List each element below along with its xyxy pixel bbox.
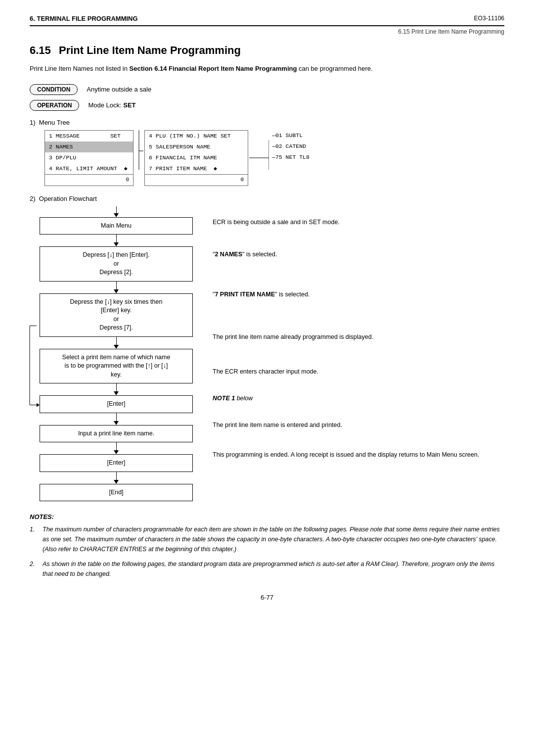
connector-svg bbox=[134, 130, 143, 170]
header-right: EO3-11106 bbox=[474, 15, 504, 22]
notes-title: NOTES: bbox=[30, 513, 504, 520]
connector-line bbox=[134, 130, 144, 170]
flowchart-outer: Main Menu Depress [↓] then [Enter]. or D… bbox=[40, 206, 504, 502]
svg-marker-14 bbox=[37, 403, 40, 407]
arrow-head-top bbox=[114, 213, 119, 217]
note-item-2: 2. As shown in the table on the followin… bbox=[30, 559, 504, 579]
spacer-4 bbox=[213, 355, 504, 363]
flowbox-step2: Depress [↓] then [Enter]. or Depress [2]… bbox=[40, 246, 193, 282]
arrow-1 bbox=[114, 235, 119, 246]
spacer-7 bbox=[213, 435, 504, 443]
note-item-1: 1. The maximum number of characters prog… bbox=[30, 524, 504, 554]
menu-tree-label: 1) Menu Tree bbox=[30, 119, 504, 126]
spacer-3 bbox=[213, 312, 504, 320]
menu-left-bottom: 0 bbox=[45, 174, 133, 185]
fc-desc-3: The print line item name already program… bbox=[213, 320, 504, 355]
menu-right-panel: 4 PLU (ITM NO.) NAME SET 5 SALESPERSON N… bbox=[144, 130, 248, 186]
loop-section: Select a print item name of which name i… bbox=[40, 349, 193, 384]
svg-marker-18 bbox=[114, 480, 119, 484]
fc-desc-6: The print line item name is entered and … bbox=[213, 416, 504, 435]
top-arrow bbox=[114, 206, 119, 217]
condition-badge: CONDITION bbox=[30, 84, 78, 95]
menu-row-r3: 6 FINANCIAL ITM NAME bbox=[145, 152, 248, 163]
arrow-3 bbox=[114, 337, 119, 349]
notes-section: NOTES: 1. The maximum number of characte… bbox=[30, 513, 504, 579]
condition-row: CONDITION Anytime outside a sale bbox=[30, 84, 504, 95]
svg-marker-7 bbox=[114, 213, 119, 217]
intro-text: Print Line Item Names not listed in Sect… bbox=[30, 64, 504, 74]
spacer-6 bbox=[213, 408, 504, 416]
fc-desc-text-1: "2 NAMES" is selected. bbox=[213, 250, 277, 259]
arrow-5 bbox=[114, 413, 119, 425]
operation-text: Mode Lock: SET bbox=[88, 101, 135, 109]
flowchart-col-right: ECR is being outside a sale and in SET m… bbox=[213, 206, 504, 468]
fc-desc-1: "2 NAMES" is selected. bbox=[213, 240, 504, 270]
arrow-head-2 bbox=[114, 289, 119, 293]
subheader: 6.15 Print Line Item Name Programming bbox=[30, 28, 504, 35]
menu-row-r4: 7 PRINT ITEM NAME ◆ bbox=[145, 163, 248, 174]
menu-row-2: 2 NAMES bbox=[45, 142, 133, 152]
section-number: 6.15 bbox=[30, 44, 51, 56]
spacer-1 bbox=[213, 232, 504, 240]
menu-row-r2: 5 SALESPERSON NAME bbox=[145, 142, 248, 152]
spacer-5 bbox=[213, 381, 504, 389]
fc-desc-0: ECR is being outside a sale and in SET m… bbox=[213, 213, 504, 232]
loop-arrow-svg bbox=[27, 321, 40, 410]
menu-right-bottom: 0 bbox=[145, 174, 248, 185]
svg-marker-8 bbox=[114, 242, 119, 246]
flowbox-step3: Depress the [↓] key six times then [Ente… bbox=[40, 293, 193, 337]
arrow-7 bbox=[114, 472, 119, 484]
header-bar: 6. TERMINAL FILE PROGRAMMING EO3-11106 bbox=[30, 15, 504, 26]
fc-desc-2: "7 PRINT ITEM NAME" is selected. bbox=[213, 278, 504, 312]
menu-row-r1: 4 PLU (ITM NO.) NAME SET bbox=[145, 131, 248, 142]
arrow-head-1 bbox=[114, 242, 119, 246]
section-title: 6.15 Print Line Item Name Programming bbox=[30, 44, 504, 57]
flowbox-enter2: [Enter] bbox=[40, 454, 193, 472]
fc-desc-text-7: This programming is ended. A long receip… bbox=[213, 450, 479, 460]
subtree-item-2: —02 CATEND bbox=[270, 141, 312, 152]
arrow-head-3 bbox=[114, 345, 119, 349]
flowbox-step6: Input a print line item name. bbox=[40, 425, 193, 443]
condition-text: Anytime outside a sale bbox=[87, 86, 151, 93]
menu-row-3: 3 DP/PLU bbox=[45, 152, 133, 163]
flowbox-enter1: [Enter] bbox=[40, 395, 193, 413]
fc-desc-text-4: The ECR enters character input mode. bbox=[213, 367, 318, 377]
arrow-6 bbox=[114, 442, 119, 454]
fc-desc-4: The ECR enters character input mode. bbox=[213, 363, 504, 381]
arrow-head-7 bbox=[114, 480, 119, 484]
flowchart-section: 2) Operation Flowchart Main Menu Depress… bbox=[30, 195, 504, 502]
fc-desc-text-6: The print line item name is entered and … bbox=[213, 421, 342, 430]
menu-tree-section: 1) Menu Tree 1 MESSAGE SET 2 NAMES 3 DP/… bbox=[30, 119, 504, 186]
arrow-2 bbox=[114, 282, 119, 293]
fc-desc-text-3: The print line item name already program… bbox=[213, 332, 373, 342]
fc-desc-5: NOTE 1 below bbox=[213, 389, 504, 408]
fc-desc-text-2: "7 PRINT ITEM NAME" is selected. bbox=[213, 290, 310, 299]
subtree-panel: —01 SUBTL —02 CATEND —75 NET TL8 bbox=[270, 130, 312, 163]
note-text-2: As shown in the table on the following p… bbox=[43, 559, 504, 579]
arrow-head-4 bbox=[114, 391, 119, 395]
spacer-top bbox=[213, 206, 504, 213]
flowbox-end: [End] bbox=[40, 484, 193, 502]
spacer-2 bbox=[213, 270, 504, 278]
subtree-connector bbox=[248, 130, 270, 170]
subtree-item-1: —01 SUBTL bbox=[270, 130, 312, 141]
operation-row: OPERATION Mode Lock: SET bbox=[30, 100, 504, 111]
page-footer: 6-77 bbox=[30, 594, 504, 601]
menu-row-4: 4 RATE, LIMIT AMOUNT ◆ bbox=[45, 163, 133, 174]
svg-marker-15 bbox=[114, 391, 119, 395]
flowchart-col-left: Main Menu Depress [↓] then [Enter]. or D… bbox=[40, 206, 193, 502]
flowchart-label: 2) Operation Flowchart bbox=[30, 195, 504, 202]
note-number-2: 2. bbox=[30, 559, 38, 579]
note-text-1: The maximum number of characters program… bbox=[43, 524, 504, 554]
section-title-text: Print Line Item Name Programming bbox=[59, 44, 241, 56]
header-left: 6. TERMINAL FILE PROGRAMMING bbox=[30, 15, 138, 22]
fc-desc-text-5: NOTE 1 below bbox=[213, 394, 253, 403]
page: 6. TERMINAL FILE PROGRAMMING EO3-11106 6… bbox=[0, 0, 534, 756]
page-number: 6-77 bbox=[261, 594, 273, 601]
subtree-connector-svg bbox=[249, 130, 269, 170]
arrow-head-6 bbox=[114, 450, 119, 454]
menu-row-1: 1 MESSAGE SET bbox=[45, 131, 133, 142]
flowbox-main-menu: Main Menu bbox=[40, 217, 193, 235]
fc-desc-text-0: ECR is being outside a sale and in SET m… bbox=[213, 218, 340, 227]
flowbox-step4: Select a print item name of which name i… bbox=[40, 349, 193, 384]
